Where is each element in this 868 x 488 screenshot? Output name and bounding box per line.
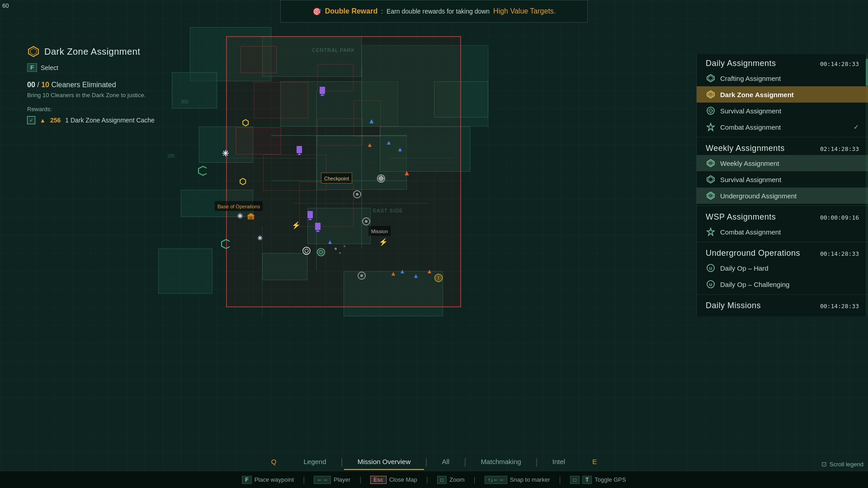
underground-ops-timer: 00:14:28:33 bbox=[820, 250, 859, 257]
crafting-assignment-item[interactable]: Crafting Assignment bbox=[697, 70, 868, 86]
reward-count: 256 bbox=[50, 117, 61, 124]
underground-item[interactable]: Underground Assignment bbox=[697, 188, 868, 204]
progress-total: 10 bbox=[41, 81, 49, 89]
daily-op-hard-icon: U bbox=[706, 263, 716, 273]
tab-matchmaking[interactable]: Matchmaking bbox=[467, 454, 534, 470]
select-key: F bbox=[27, 63, 37, 72]
hotkey-snap: ↑↓←→ Snap to marker bbox=[485, 476, 550, 484]
progress-line: 00 / 10 Cleaners Eliminated bbox=[27, 81, 217, 89]
nav-sep-1: | bbox=[340, 457, 344, 467]
nav-sep-3: | bbox=[463, 457, 467, 467]
label-waypoint: Place waypoint bbox=[255, 476, 294, 483]
tab-intel[interactable]: Intel bbox=[539, 454, 579, 470]
combat-daily-label: Combat Assignment bbox=[720, 123, 849, 131]
daily-op-challenging-item[interactable]: U Daily Op – Challenging bbox=[697, 276, 868, 292]
weekly-icon bbox=[706, 158, 716, 168]
reward-separator: : bbox=[381, 8, 383, 15]
nav-sep-4: | bbox=[535, 457, 539, 467]
survival-weekly-item[interactable]: Survival Assignment bbox=[697, 171, 868, 188]
survival-daily-icon bbox=[706, 106, 716, 116]
svg-marker-50 bbox=[707, 176, 714, 183]
label-gps: Toggle GPS bbox=[594, 476, 626, 483]
wsp-timer: 00:00:09:16 bbox=[820, 214, 859, 221]
tab-legend[interactable]: Legend bbox=[290, 454, 340, 470]
reward-checkbox: ✓ bbox=[27, 116, 35, 124]
underground-ops-title: Underground Operations bbox=[706, 249, 800, 258]
wsp-title: WSP Assignments bbox=[706, 212, 776, 222]
hotkeys-bar: F Place waypoint | ←→ Player | Esc Close… bbox=[0, 471, 868, 488]
survival-weekly-label: Survival Assignment bbox=[720, 176, 859, 183]
reward-target: High Value Targets. bbox=[493, 7, 556, 15]
hk-div-2: | bbox=[359, 476, 361, 484]
combat-wsp-item[interactable]: Combat Assignment bbox=[697, 224, 868, 240]
weekly-assignments-header: Weekly Assignments 02:14:28:33 bbox=[697, 139, 868, 155]
svg-marker-52 bbox=[707, 192, 714, 199]
label-close: Close Map bbox=[389, 476, 417, 483]
weekly-timer: 02:14:28:33 bbox=[820, 145, 859, 152]
progress-desc: Bring 10 Cleaners in the Dark Zone to ju… bbox=[27, 92, 217, 99]
progress-current: 00 bbox=[27, 81, 35, 89]
svg-marker-37 bbox=[28, 47, 38, 56]
combat-daily-icon bbox=[706, 122, 716, 132]
rewards-label: Rewards: bbox=[27, 106, 217, 113]
tab-all[interactable]: All bbox=[429, 454, 463, 470]
daily-missions-header: Daily Missions 00:14:28:33 bbox=[697, 296, 868, 312]
hotkey-zoom: □ Zoom bbox=[437, 476, 464, 484]
combat-wsp-label: Combat Assignment bbox=[720, 228, 859, 236]
svg-marker-38 bbox=[30, 48, 37, 55]
nav-sep-2: | bbox=[424, 457, 428, 467]
scroll-icon: ⊡ bbox=[821, 460, 827, 468]
hk-div-1: | bbox=[303, 476, 305, 484]
survival-daily-label: Survival Assignment bbox=[720, 107, 859, 115]
bottom-nav: Q Legend | Mission Overview | All | Matc… bbox=[0, 454, 868, 470]
combat-daily-check: ✓ bbox=[854, 123, 859, 131]
hotkey-player: ←→ Player bbox=[314, 476, 350, 484]
reward-icon: 🎯 bbox=[312, 7, 321, 16]
darkzone-icon bbox=[706, 89, 716, 99]
key-zoom: □ bbox=[437, 476, 447, 484]
label-zoom: Zoom bbox=[449, 476, 464, 483]
weekly-title: Weekly Assignments bbox=[706, 144, 785, 153]
daily-missions-timer: 00:14:28:33 bbox=[820, 303, 859, 310]
survival-daily-item[interactable]: Survival Assignment bbox=[697, 103, 868, 119]
svg-marker-39 bbox=[707, 75, 714, 82]
label-player: Player bbox=[334, 476, 350, 483]
hotkey-waypoint: F Place waypoint bbox=[242, 476, 294, 484]
warrengate-icon bbox=[706, 315, 716, 316]
key-esc: Esc bbox=[370, 476, 386, 484]
assignment-title: Dark Zone Assignment bbox=[44, 47, 140, 57]
progress-unit: Cleaners Eliminated bbox=[51, 81, 116, 89]
hk-div-4: | bbox=[473, 476, 475, 484]
underground-ops-header: Underground Operations 00:14:28:33 bbox=[697, 244, 868, 260]
reward-item: ✓ ▲ 256 1 Dark Zone Assignment Cache bbox=[27, 116, 217, 124]
svg-marker-51 bbox=[708, 177, 713, 182]
svg-text:U: U bbox=[709, 266, 712, 271]
divider-3 bbox=[697, 242, 868, 242]
select-hint: F Select bbox=[27, 63, 217, 72]
divider-2 bbox=[697, 206, 868, 206]
daily-title: Daily Assignments bbox=[706, 59, 776, 68]
rewards-section: Rewards: ✓ ▲ 256 1 Dark Zone Assignment … bbox=[27, 106, 217, 124]
svg-marker-40 bbox=[708, 76, 713, 80]
tab-legend-key: Q bbox=[258, 454, 290, 470]
key-gps-sq: □ bbox=[570, 476, 580, 484]
divider-4 bbox=[697, 294, 868, 295]
weekly-assignment-item[interactable]: Weekly Assignment bbox=[697, 155, 868, 171]
daily-op-hard-item[interactable]: U Daily Op – Hard bbox=[697, 260, 868, 276]
darkzone-label: Dark Zone Assignment bbox=[720, 91, 859, 99]
svg-text:U: U bbox=[709, 282, 712, 287]
tab-intel-key: E bbox=[579, 454, 610, 470]
tab-mission-overview[interactable]: Mission Overview bbox=[344, 454, 425, 470]
reward-text: Earn double rewards for taking down bbox=[387, 8, 490, 15]
reward-icon-arrow: ▲ bbox=[40, 117, 46, 124]
daily-op-challenging-label: Daily Op – Challenging bbox=[720, 281, 859, 288]
key-snap: ↑↓←→ bbox=[485, 476, 507, 484]
daily-op-hard-label: Daily Op – Hard bbox=[720, 264, 859, 272]
combat-daily-item[interactable]: Combat Assignment ✓ bbox=[697, 119, 868, 135]
svg-marker-47 bbox=[707, 123, 714, 131]
daily-assignments-header: Daily Assignments 00:14:28:33 bbox=[697, 54, 868, 70]
key-gps-t: T bbox=[582, 476, 592, 484]
darkzone-assignment-item[interactable]: Dark Zone Assignment bbox=[697, 86, 868, 103]
crafting-label: Crafting Assignment bbox=[720, 75, 859, 82]
warrengate-item[interactable]: WarrenGate Power Plant bbox=[697, 312, 868, 316]
